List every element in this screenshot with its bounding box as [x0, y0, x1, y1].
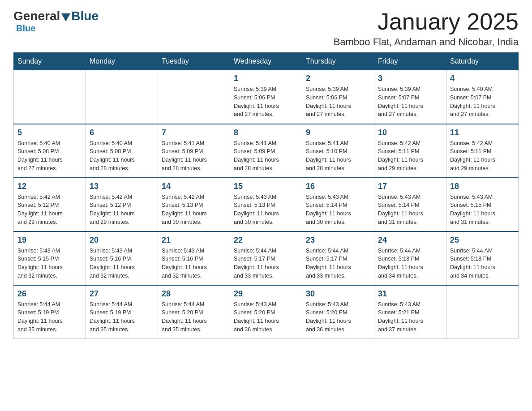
- day-number: 12: [17, 182, 82, 191]
- day-number: 6: [90, 128, 154, 137]
- day-info: Sunrise: 5:42 AM Sunset: 5:11 PM Dayligh…: [450, 139, 515, 173]
- day-number: 18: [450, 182, 515, 191]
- day-number: 15: [234, 182, 298, 191]
- day-number: 21: [162, 235, 226, 245]
- weekday-header-tuesday: Tuesday: [158, 53, 230, 70]
- day-number: 29: [234, 289, 298, 299]
- day-number: 28: [162, 289, 226, 299]
- day-number: 16: [306, 182, 370, 191]
- calendar-cell: [446, 285, 519, 339]
- calendar-cell: 11Sunrise: 5:42 AM Sunset: 5:11 PM Dayli…: [446, 124, 519, 178]
- logo-blue-text: Blue: [71, 9, 99, 23]
- day-info: Sunrise: 5:42 AM Sunset: 5:11 PM Dayligh…: [378, 139, 442, 173]
- calendar-cell: 18Sunrise: 5:43 AM Sunset: 5:15 PM Dayli…: [446, 178, 519, 231]
- calendar-cell: 31Sunrise: 5:43 AM Sunset: 5:21 PM Dayli…: [374, 285, 446, 339]
- calendar-cell: 2Sunrise: 5:39 AM Sunset: 5:06 PM Daylig…: [302, 70, 374, 124]
- calendar-cell: 26Sunrise: 5:44 AM Sunset: 5:19 PM Dayli…: [14, 285, 86, 339]
- calendar-cell: 8Sunrise: 5:41 AM Sunset: 5:09 PM Daylig…: [230, 124, 302, 178]
- day-number: 11: [450, 128, 515, 137]
- day-info: Sunrise: 5:43 AM Sunset: 5:20 PM Dayligh…: [306, 300, 370, 334]
- title-section: January 2025 Bamboo Flat, Andaman and Ni…: [334, 9, 519, 48]
- logo-general-text: General: [13, 9, 60, 23]
- calendar-cell: 14Sunrise: 5:42 AM Sunset: 5:13 PM Dayli…: [158, 178, 230, 231]
- day-info: Sunrise: 5:44 AM Sunset: 5:17 PM Dayligh…: [234, 247, 298, 280]
- page-header: General Blue Blue January 2025 Bamboo Fl…: [13, 9, 519, 48]
- day-number: 2: [306, 74, 370, 83]
- calendar-cell: [158, 70, 230, 124]
- weekday-header-row: SundayMondayTuesdayWednesdayThursdayFrid…: [14, 53, 519, 70]
- day-number: 25: [450, 235, 515, 245]
- day-info: Sunrise: 5:42 AM Sunset: 5:12 PM Dayligh…: [17, 193, 82, 227]
- calendar-cell: 30Sunrise: 5:43 AM Sunset: 5:20 PM Dayli…: [302, 285, 374, 339]
- calendar-cell: 10Sunrise: 5:42 AM Sunset: 5:11 PM Dayli…: [374, 124, 446, 178]
- day-info: Sunrise: 5:43 AM Sunset: 5:15 PM Dayligh…: [450, 193, 515, 227]
- day-info: Sunrise: 5:43 AM Sunset: 5:16 PM Dayligh…: [90, 247, 154, 280]
- day-info: Sunrise: 5:44 AM Sunset: 5:17 PM Dayligh…: [306, 247, 370, 280]
- calendar-week-row: 12Sunrise: 5:42 AM Sunset: 5:12 PM Dayli…: [14, 178, 519, 231]
- calendar-cell: 1Sunrise: 5:39 AM Sunset: 5:06 PM Daylig…: [230, 70, 302, 124]
- calendar-cell: 23Sunrise: 5:44 AM Sunset: 5:17 PM Dayli…: [302, 231, 374, 285]
- calendar-table: SundayMondayTuesdayWednesdayThursdayFrid…: [13, 52, 519, 339]
- day-info: Sunrise: 5:39 AM Sunset: 5:06 PM Dayligh…: [234, 85, 298, 119]
- calendar-cell: 15Sunrise: 5:43 AM Sunset: 5:13 PM Dayli…: [230, 178, 302, 231]
- day-number: 26: [17, 289, 82, 299]
- calendar-cell: 21Sunrise: 5:43 AM Sunset: 5:16 PM Dayli…: [158, 231, 230, 285]
- location-title: Bamboo Flat, Andaman and Nicobar, India: [334, 36, 519, 48]
- weekday-header-thursday: Thursday: [302, 53, 374, 70]
- day-info: Sunrise: 5:41 AM Sunset: 5:09 PM Dayligh…: [162, 139, 226, 173]
- day-number: 24: [378, 235, 442, 245]
- calendar-cell: 5Sunrise: 5:40 AM Sunset: 5:08 PM Daylig…: [14, 124, 86, 178]
- day-info: Sunrise: 5:42 AM Sunset: 5:12 PM Dayligh…: [90, 193, 154, 227]
- calendar-cell: [14, 70, 86, 124]
- day-info: Sunrise: 5:43 AM Sunset: 5:16 PM Dayligh…: [162, 247, 226, 280]
- day-number: 5: [17, 128, 82, 137]
- calendar-cell: 9Sunrise: 5:41 AM Sunset: 5:10 PM Daylig…: [302, 124, 374, 178]
- calendar-cell: 25Sunrise: 5:44 AM Sunset: 5:18 PM Dayli…: [446, 231, 519, 285]
- day-info: Sunrise: 5:44 AM Sunset: 5:20 PM Dayligh…: [162, 300, 226, 334]
- calendar-cell: 13Sunrise: 5:42 AM Sunset: 5:12 PM Dayli…: [86, 178, 158, 231]
- calendar-cell: 19Sunrise: 5:43 AM Sunset: 5:15 PM Dayli…: [14, 231, 86, 285]
- day-info: Sunrise: 5:43 AM Sunset: 5:15 PM Dayligh…: [17, 247, 82, 280]
- month-title: January 2025: [334, 9, 519, 34]
- day-info: Sunrise: 5:42 AM Sunset: 5:13 PM Dayligh…: [162, 193, 226, 227]
- calendar-cell: 7Sunrise: 5:41 AM Sunset: 5:09 PM Daylig…: [158, 124, 230, 178]
- day-info: Sunrise: 5:41 AM Sunset: 5:10 PM Dayligh…: [306, 139, 370, 173]
- day-number: 22: [234, 235, 298, 245]
- weekday-header-saturday: Saturday: [446, 53, 519, 70]
- calendar-cell: 17Sunrise: 5:43 AM Sunset: 5:14 PM Dayli…: [374, 178, 446, 231]
- day-number: 9: [306, 128, 370, 137]
- day-info: Sunrise: 5:40 AM Sunset: 5:08 PM Dayligh…: [17, 139, 82, 173]
- day-number: 17: [378, 182, 442, 191]
- day-info: Sunrise: 5:44 AM Sunset: 5:18 PM Dayligh…: [450, 247, 515, 280]
- day-info: Sunrise: 5:44 AM Sunset: 5:19 PM Dayligh…: [90, 300, 154, 334]
- day-info: Sunrise: 5:41 AM Sunset: 5:09 PM Dayligh…: [234, 139, 298, 173]
- calendar-week-row: 5Sunrise: 5:40 AM Sunset: 5:08 PM Daylig…: [14, 124, 519, 178]
- calendar-week-row: 26Sunrise: 5:44 AM Sunset: 5:19 PM Dayli…: [14, 285, 519, 339]
- day-info: Sunrise: 5:44 AM Sunset: 5:18 PM Dayligh…: [378, 247, 442, 280]
- calendar-cell: 22Sunrise: 5:44 AM Sunset: 5:17 PM Dayli…: [230, 231, 302, 285]
- calendar-cell: 3Sunrise: 5:39 AM Sunset: 5:07 PM Daylig…: [374, 70, 446, 124]
- day-number: 13: [90, 182, 154, 191]
- calendar-cell: 27Sunrise: 5:44 AM Sunset: 5:19 PM Dayli…: [86, 285, 158, 339]
- day-info: Sunrise: 5:43 AM Sunset: 5:14 PM Dayligh…: [378, 193, 442, 227]
- day-number: 4: [450, 74, 515, 83]
- day-info: Sunrise: 5:39 AM Sunset: 5:06 PM Dayligh…: [306, 85, 370, 119]
- calendar-cell: 16Sunrise: 5:43 AM Sunset: 5:14 PM Dayli…: [302, 178, 374, 231]
- day-info: Sunrise: 5:43 AM Sunset: 5:21 PM Dayligh…: [378, 300, 442, 334]
- day-number: 1: [234, 74, 298, 83]
- weekday-header-monday: Monday: [86, 53, 158, 70]
- calendar-cell: [86, 70, 158, 124]
- logo-arrow-icon: [61, 13, 70, 21]
- day-number: 20: [90, 235, 154, 245]
- day-number: 10: [378, 128, 442, 137]
- day-info: Sunrise: 5:40 AM Sunset: 5:07 PM Dayligh…: [450, 85, 515, 119]
- weekday-header-friday: Friday: [374, 53, 446, 70]
- day-info: Sunrise: 5:43 AM Sunset: 5:13 PM Dayligh…: [234, 193, 298, 227]
- day-number: 31: [378, 289, 442, 299]
- day-number: 30: [306, 289, 370, 299]
- day-info: Sunrise: 5:44 AM Sunset: 5:19 PM Dayligh…: [17, 300, 82, 334]
- day-number: 19: [17, 235, 82, 245]
- day-info: Sunrise: 5:39 AM Sunset: 5:07 PM Dayligh…: [378, 85, 442, 119]
- logo-blue-underline: Blue: [15, 23, 35, 33]
- calendar-cell: 4Sunrise: 5:40 AM Sunset: 5:07 PM Daylig…: [446, 70, 519, 124]
